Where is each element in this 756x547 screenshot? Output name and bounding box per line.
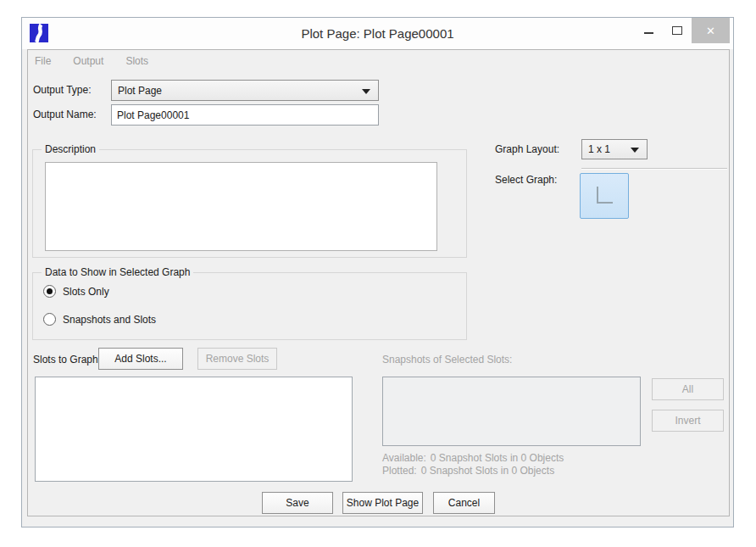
add-slots-button-label: Add Slots... xyxy=(114,353,166,365)
horizontal-separator xyxy=(581,168,727,170)
menu-slots[interactable]: Slots xyxy=(125,55,148,67)
remove-slots-button-label: Remove Slots xyxy=(206,353,270,365)
cancel-button[interactable]: Cancel xyxy=(433,492,495,514)
close-button[interactable]: ✕ xyxy=(692,18,730,43)
output-type-value: Plot Page xyxy=(118,81,162,100)
slots-to-graph-label: Slots to Graph: xyxy=(33,354,101,366)
titlebar[interactable]: Plot Page: Plot Page00001 ✕ xyxy=(22,18,733,49)
graph-layout-value: 1 x 1 xyxy=(588,140,610,159)
close-icon: ✕ xyxy=(706,25,715,37)
select-graph-label: Select Graph: xyxy=(495,174,557,186)
all-button[interactable]: All xyxy=(652,378,724,400)
slots-list[interactable] xyxy=(35,377,353,482)
graph-axes-icon xyxy=(581,174,628,218)
output-name-value: Plot Page00001 xyxy=(117,109,189,121)
plotted-stat-value: 0 Snapshot Slots in 0 Objects xyxy=(421,465,554,477)
snapshot-stats: Available:0 Snapshot Slots in 0 Objects … xyxy=(382,452,568,477)
show-plot-page-button[interactable]: Show Plot Page xyxy=(342,492,423,514)
maximize-button[interactable] xyxy=(663,18,692,43)
description-group-label: Description xyxy=(42,143,99,155)
chevron-down-icon xyxy=(362,89,370,94)
plotted-stat-label: Plotted: xyxy=(382,465,417,477)
radio-slots-only-label: Slots Only xyxy=(63,286,109,298)
invert-button[interactable]: Invert xyxy=(652,410,724,432)
invert-button-label: Invert xyxy=(675,415,700,427)
available-stat-label: Available: xyxy=(382,452,426,464)
available-stat-value: 0 Snapshot Slots in 0 Objects xyxy=(431,452,564,464)
chevron-down-icon xyxy=(631,148,639,153)
radio-slots-only[interactable]: Slots Only xyxy=(43,285,109,298)
dialog-body: File Output Slots Output Type: Plot Page… xyxy=(27,49,730,516)
window-controls: ✕ xyxy=(634,18,730,43)
description-textarea[interactable] xyxy=(45,162,437,251)
graph-layout-label: Graph Layout: xyxy=(495,143,559,155)
radio-button-icon xyxy=(43,285,56,298)
menu-output[interactable]: Output xyxy=(73,55,103,67)
cancel-button-label: Cancel xyxy=(448,497,480,509)
save-button[interactable]: Save xyxy=(262,492,333,514)
output-type-combobox[interactable]: Plot Page xyxy=(111,80,379,101)
description-group: Description xyxy=(32,149,467,258)
snapshots-list[interactable] xyxy=(382,377,641,446)
menu-file[interactable]: File xyxy=(35,55,51,67)
minimize-icon xyxy=(644,32,653,34)
snapshots-of-selected-slots-label: Snapshots of Selected Slots: xyxy=(382,354,512,366)
show-plot-page-button-label: Show Plot Page xyxy=(347,497,419,509)
maximize-icon xyxy=(672,26,682,35)
graph-layout-combobox[interactable]: 1 x 1 xyxy=(581,139,648,159)
select-graph-button[interactable] xyxy=(580,173,629,219)
minimize-button[interactable] xyxy=(634,18,663,43)
output-name-label: Output Name: xyxy=(33,109,97,120)
available-stat: Available:0 Snapshot Slots in 0 Objects xyxy=(382,452,568,465)
add-slots-button[interactable]: Add Slots... xyxy=(98,348,183,370)
remove-slots-button[interactable]: Remove Slots xyxy=(197,348,277,370)
radio-snapshots-and-slots-label: Snapshots and Slots xyxy=(63,314,156,326)
save-button-label: Save xyxy=(286,497,309,509)
plot-page-dialog: Plot Page: Plot Page00001 ✕ File Output … xyxy=(21,17,734,527)
radio-snapshots-and-slots[interactable]: Snapshots and Slots xyxy=(43,313,156,326)
output-name-input[interactable]: Plot Page00001 xyxy=(111,104,379,126)
menubar: File Output Slots xyxy=(28,50,729,72)
all-button-label: All xyxy=(682,383,693,395)
data-to-show-group: Data to Show in Selected Graph Slots Onl… xyxy=(32,272,467,340)
output-type-label: Output Type: xyxy=(33,84,92,96)
window-title: Plot Page: Plot Page00001 xyxy=(22,18,733,49)
plotted-stat: Plotted:0 Snapshot Slots in 0 Objects xyxy=(382,465,568,477)
data-to-show-group-label: Data to Show in Selected Graph xyxy=(42,266,193,278)
radio-button-icon xyxy=(43,313,56,326)
